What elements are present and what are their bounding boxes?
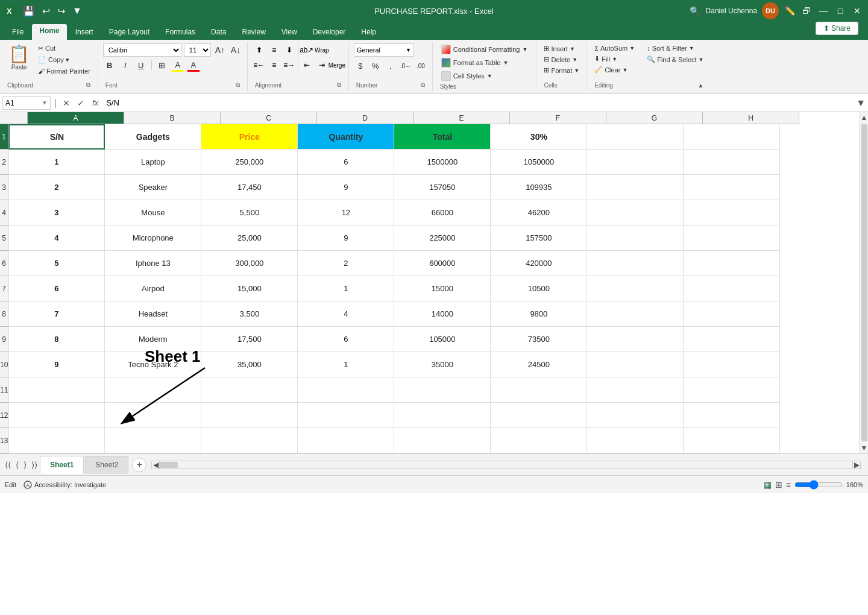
find-select-button[interactable]: 🔍Find & Select▼ bbox=[644, 54, 706, 65]
cell-g7[interactable] bbox=[587, 276, 684, 301]
cell-a12[interactable] bbox=[8, 403, 105, 428]
formula-expand-icon[interactable]: ▼ bbox=[856, 98, 866, 109]
cell-h3[interactable] bbox=[684, 175, 780, 200]
row-header-4[interactable]: 4 bbox=[0, 200, 8, 226]
currency-button[interactable]: $ bbox=[354, 59, 367, 72]
cell-a2[interactable]: 1 bbox=[8, 150, 105, 175]
cell-h4[interactable] bbox=[684, 200, 780, 226]
redo-icon[interactable]: ↪ bbox=[55, 4, 68, 18]
cell-c7[interactable]: 15,000 bbox=[201, 276, 298, 301]
cell-d3[interactable]: 9 bbox=[298, 175, 394, 200]
autosum-button[interactable]: ΣAutoSum▼ bbox=[592, 43, 637, 53]
tab-home[interactable]: Home bbox=[32, 24, 66, 40]
top-align-button[interactable]: ⬆ bbox=[253, 43, 266, 57]
sheet-tab-sheet1[interactable]: Sheet1 bbox=[40, 456, 84, 474]
row-header-9[interactable]: 9 bbox=[0, 327, 8, 352]
cell-f11[interactable] bbox=[491, 377, 587, 403]
increase-font-icon[interactable]: A↑ bbox=[213, 43, 227, 57]
sheet-nav-prev[interactable]: ⟨ bbox=[13, 458, 21, 472]
format-painter-button[interactable]: 🖌 Format Painter bbox=[36, 66, 93, 76]
cell-e2[interactable]: 1500000 bbox=[394, 150, 491, 175]
cell-g2[interactable] bbox=[587, 150, 684, 175]
cell-h6[interactable] bbox=[684, 251, 780, 276]
cell-a13[interactable] bbox=[8, 428, 105, 453]
cell-c8[interactable]: 3,500 bbox=[201, 301, 298, 327]
tab-view[interactable]: View bbox=[274, 25, 304, 40]
cell-e12[interactable] bbox=[394, 403, 491, 428]
cell-f5[interactable]: 157500 bbox=[491, 226, 587, 251]
cell-b6[interactable]: Iphone 13 bbox=[105, 251, 201, 276]
decrease-indent-button[interactable]: ⇤ bbox=[300, 58, 313, 72]
tab-developer[interactable]: Developer bbox=[306, 25, 353, 40]
share-button[interactable]: ⬆ Share bbox=[816, 22, 858, 35]
formula-input[interactable] bbox=[104, 98, 854, 107]
cell-c13[interactable] bbox=[201, 428, 298, 453]
font-color-button[interactable]: A bbox=[187, 58, 200, 72]
cell-b9[interactable]: Moderm bbox=[105, 327, 201, 352]
wrap-text-button[interactable]: Wrap bbox=[315, 43, 329, 57]
font-family-select[interactable]: Calibri bbox=[103, 43, 181, 57]
number-format-select[interactable]: General▼ bbox=[354, 43, 414, 57]
cell-a8[interactable]: 7 bbox=[8, 301, 105, 327]
cell-g13[interactable] bbox=[587, 428, 684, 453]
cell-b2[interactable]: Laptop bbox=[105, 150, 201, 175]
cell-e7[interactable]: 15000 bbox=[394, 276, 491, 301]
cell-g10[interactable] bbox=[587, 352, 684, 377]
number-expand-icon[interactable]: ⧉ bbox=[421, 81, 425, 89]
cell-h13[interactable] bbox=[684, 428, 780, 453]
sheet-tab-sheet2[interactable]: Sheet2 bbox=[85, 456, 128, 474]
cell-h5[interactable] bbox=[684, 226, 780, 251]
col-header-c[interactable]: C bbox=[221, 112, 317, 124]
cell-d11[interactable] bbox=[298, 377, 394, 403]
cell-f10[interactable]: 24500 bbox=[491, 352, 587, 377]
cell-e9[interactable]: 105000 bbox=[394, 327, 491, 352]
restore-icon[interactable]: 🗗 bbox=[800, 5, 813, 17]
cell-h7[interactable] bbox=[684, 276, 780, 301]
cell-f8[interactable]: 9800 bbox=[491, 301, 587, 327]
cell-c1[interactable]: Price bbox=[201, 124, 298, 150]
row-header-10[interactable]: 10 bbox=[0, 352, 8, 377]
name-box[interactable]: A1 ▼ bbox=[2, 96, 51, 110]
cell-f3[interactable]: 109935 bbox=[491, 175, 587, 200]
cell-b8[interactable]: Headset bbox=[105, 301, 201, 327]
underline-button[interactable]: U bbox=[134, 58, 148, 72]
cell-d1[interactable]: Quantity bbox=[298, 124, 394, 150]
cell-c12[interactable] bbox=[201, 403, 298, 428]
cell-c4[interactable]: 5,500 bbox=[201, 200, 298, 226]
middle-align-button[interactable]: ≡ bbox=[268, 43, 281, 57]
col-header-e[interactable]: E bbox=[414, 112, 510, 124]
font-size-select[interactable]: 11 bbox=[184, 43, 211, 57]
cell-b7[interactable]: Airpod bbox=[105, 276, 201, 301]
format-button[interactable]: ⊞Format▼ bbox=[541, 65, 582, 75]
quick-access-dropdown[interactable]: ▼ bbox=[70, 4, 84, 17]
hscroll-track[interactable] bbox=[160, 461, 852, 469]
close-icon[interactable]: ✕ bbox=[851, 5, 863, 17]
cell-c2[interactable]: 250,000 bbox=[201, 150, 298, 175]
row-header-11[interactable]: 11 bbox=[0, 377, 8, 403]
cell-a10[interactable]: 9 bbox=[8, 352, 105, 377]
clear-button[interactable]: 🧹Clear▼ bbox=[592, 65, 637, 75]
cell-g3[interactable] bbox=[587, 175, 684, 200]
add-sheet-button[interactable]: + bbox=[132, 458, 146, 472]
cell-e5[interactable]: 225000 bbox=[394, 226, 491, 251]
cell-d5[interactable]: 9 bbox=[298, 226, 394, 251]
normal-view-button[interactable]: ▦ bbox=[764, 480, 772, 490]
cell-a3[interactable]: 2 bbox=[8, 175, 105, 200]
cell-g11[interactable] bbox=[587, 377, 684, 403]
cell-e4[interactable]: 66000 bbox=[394, 200, 491, 226]
cell-g1[interactable] bbox=[587, 124, 684, 150]
comma-button[interactable]: , bbox=[384, 59, 397, 72]
clipboard-expand-icon[interactable]: ⧉ bbox=[86, 81, 90, 89]
increase-decimal-button[interactable]: .00 bbox=[414, 59, 427, 72]
tab-page-layout[interactable]: Page Layout bbox=[102, 25, 157, 40]
cell-d2[interactable]: 6 bbox=[298, 150, 394, 175]
maximize-icon[interactable]: □ bbox=[834, 5, 846, 17]
tab-formulas[interactable]: Formulas bbox=[158, 25, 203, 40]
col-header-a[interactable]: A bbox=[28, 112, 124, 124]
right-align-button[interactable]: ≡→ bbox=[283, 58, 296, 72]
cell-d7[interactable]: 1 bbox=[298, 276, 394, 301]
cell-g6[interactable] bbox=[587, 251, 684, 276]
cell-b11[interactable] bbox=[105, 377, 201, 403]
cell-b3[interactable]: Speaker bbox=[105, 175, 201, 200]
merge-center-button[interactable]: Merge bbox=[330, 58, 344, 72]
